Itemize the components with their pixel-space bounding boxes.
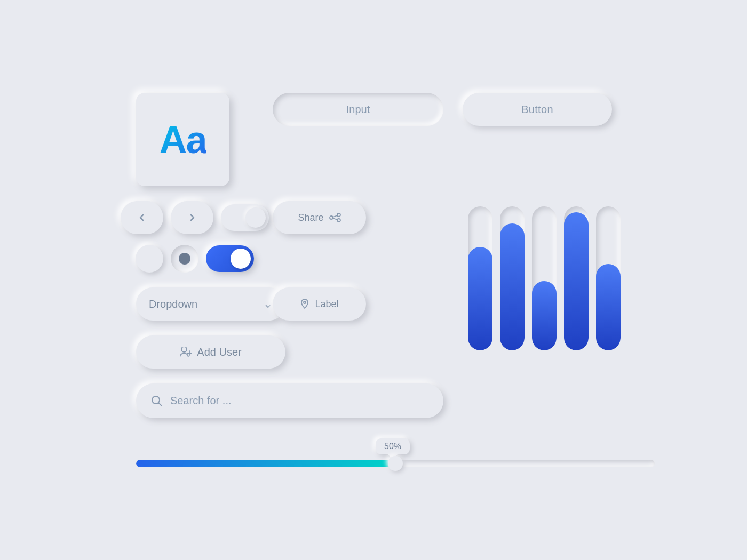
bar-1	[468, 206, 492, 350]
bar-chart	[463, 201, 655, 350]
typography-label: Aa	[159, 118, 206, 162]
slider-track-container	[136, 460, 655, 467]
radio-toggle-row2	[136, 245, 254, 273]
controls-col	[136, 201, 253, 273]
main-button[interactable]: Button	[463, 93, 612, 126]
main-container: Aa Button	[93, 61, 654, 499]
prev-button[interactable]	[121, 201, 163, 234]
svg-point-5	[304, 301, 306, 303]
location-icon	[300, 299, 309, 309]
share-label: Share	[298, 212, 323, 223]
dropdown-button[interactable]: Dropdown ⌄	[136, 287, 285, 321]
slider-fill	[136, 460, 395, 467]
svg-line-4	[333, 218, 337, 220]
label-text: Label	[315, 299, 338, 310]
input-label: Input	[346, 103, 370, 116]
svg-line-3	[333, 215, 337, 217]
toggle-off[interactable]	[221, 204, 269, 231]
toggle-knob-on	[231, 249, 251, 269]
bar-2	[500, 206, 525, 350]
radio-inner-dot	[179, 253, 190, 265]
slider-section: 50%	[136, 438, 655, 467]
bar-fill-5	[596, 264, 621, 350]
search-icon	[151, 395, 163, 407]
label-button[interactable]: Label	[273, 287, 366, 321]
bar-fill-4	[564, 212, 589, 350]
typography-card: Aa	[136, 93, 229, 186]
bar-5	[596, 206, 621, 350]
search-bar[interactable]: Search for ...	[136, 383, 443, 418]
chevron-down-icon: ⌄	[263, 297, 273, 311]
radio-unselected[interactable]	[136, 245, 163, 273]
slider-thumb[interactable]	[388, 456, 403, 471]
slider-tooltip: 50%	[376, 438, 410, 454]
dropdown-label: Dropdown	[149, 298, 197, 310]
next-button[interactable]	[171, 201, 213, 234]
add-user-icon	[180, 347, 192, 357]
input-field[interactable]: Input	[273, 93, 443, 126]
bar-4	[564, 206, 589, 350]
svg-line-9	[159, 403, 162, 406]
bar-fill-3	[532, 281, 557, 350]
bar-fill-2	[500, 223, 525, 350]
share-icon	[329, 213, 341, 222]
share-button[interactable]: Share	[273, 201, 366, 234]
add-user-label: Add User	[197, 346, 241, 358]
tooltip-wrap: 50%	[136, 438, 655, 454]
search-placeholder: Search for ...	[170, 395, 232, 407]
radio-selected[interactable]	[171, 245, 198, 273]
svg-point-0	[337, 213, 340, 217]
ui-grid: Aa Button	[136, 93, 611, 467]
svg-point-1	[337, 219, 340, 222]
svg-point-2	[330, 216, 333, 219]
bar-3	[532, 206, 557, 350]
bar-fill-1	[468, 247, 492, 350]
nav-toggle-row1	[121, 201, 269, 234]
add-user-button[interactable]: Add User	[136, 335, 285, 369]
toggle-knob-off	[245, 207, 266, 228]
toggle-on[interactable]	[206, 245, 254, 272]
